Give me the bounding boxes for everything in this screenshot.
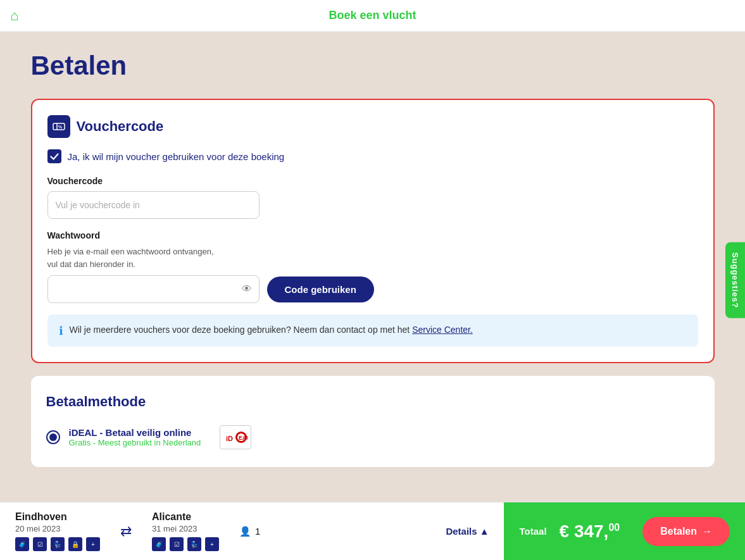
from-icon-lock: 🔒	[68, 537, 82, 551]
details-button[interactable]: Details ▲	[446, 526, 489, 537]
betalen-button[interactable]: Betalen →	[642, 517, 730, 546]
info-icon: ℹ	[59, 324, 63, 338]
password-label: Wachtwoord	[47, 230, 698, 240]
vouchercode-label: Vouchercode	[47, 176, 698, 186]
voucher-checkbox-row[interactable]: Ja, ik wil mijn voucher gebruiken voor d…	[47, 149, 698, 163]
totaal-label: Totaal	[519, 526, 546, 537]
svg-text:iD: iD	[226, 435, 233, 442]
header: ⌂ Boek een vlucht	[0, 0, 745, 32]
to-icon-extra: +	[205, 537, 219, 551]
main-content: Betalen % Vouchercode Ja, ik wil mijn vo…	[18, 32, 727, 480]
voucher-checkbox-label: Ja, ik wil mijn voucher gebruiken voor d…	[68, 151, 285, 162]
flight-arrow-icon: ⇄	[120, 523, 132, 540]
voucher-icon: %	[47, 115, 70, 138]
totaal-section: Totaal € 347,00 Betalen →	[504, 502, 745, 560]
vouchercode-input[interactable]	[47, 191, 260, 219]
voucher-card: % Vouchercode Ja, ik wil mijn voucher ge…	[31, 99, 715, 363]
to-icon-seat: 💺	[187, 537, 201, 551]
to-date: 31 mei 2023	[152, 524, 219, 533]
service-center-link[interactable]: Service Center.	[412, 325, 473, 335]
password-section: Wachtwoord Heb je via e-mail een wachtwo…	[47, 230, 698, 303]
voucher-header: % Vouchercode	[47, 115, 698, 138]
voucher-title: Vouchercode	[77, 118, 164, 135]
from-icon-extra: +	[86, 537, 100, 551]
from-icons: 🧳 ☑ 💺 🔒 +	[15, 537, 100, 551]
ideal-logo: iD EAL	[220, 425, 251, 449]
info-text: Wil je meerdere vouchers voor deze boeki…	[70, 323, 473, 337]
header-title: Boek een vlucht	[329, 9, 416, 22]
voucher-checkbox-icon	[47, 149, 61, 163]
payment-sub: Gratis - Meest gebruikt in Nederland	[69, 438, 201, 447]
svg-text:%: %	[58, 125, 63, 129]
password-row: 👁 Code gebruiken	[47, 275, 698, 303]
arrow-right-icon: →	[702, 526, 712, 537]
to-icons: 🧳 ☑ 💺 +	[152, 537, 219, 551]
passenger-icon: 👤	[239, 526, 251, 537]
from-city: Eindhoven	[15, 511, 100, 523]
from-icon-bag: 🧳	[15, 537, 29, 551]
suggesties-tab[interactable]: Suggesties?	[725, 242, 745, 318]
to-info: Alicante 31 mei 2023 🧳 ☑ 💺 +	[152, 511, 219, 551]
payment-name: iDEAL - Betaal veilig online	[69, 427, 201, 438]
password-input-wrap: 👁	[47, 275, 260, 303]
from-info: Eindhoven 20 mei 2023 🧳 ☑ 💺 🔒 +	[15, 511, 100, 551]
password-desc: Heb je via e-mail een wachtwoord ontvang…	[47, 246, 698, 270]
bottom-bar: Eindhoven 20 mei 2023 🧳 ☑ 💺 🔒 + ⇄ Alican…	[0, 502, 745, 560]
radio-button-ideal[interactable]	[46, 430, 60, 444]
from-icon-seat: 💺	[51, 537, 65, 551]
flight-info: Eindhoven 20 mei 2023 🧳 ☑ 💺 🔒 + ⇄ Alican…	[0, 502, 504, 560]
from-date: 20 mei 2023	[15, 524, 100, 533]
betaalmethode-card: Betaalmethode iDEAL - Betaal veilig onli…	[31, 376, 715, 467]
home-icon[interactable]: ⌂	[10, 8, 18, 24]
passenger-count: 1	[255, 526, 260, 537]
info-banner: ℹ Wil je meerdere vouchers voor deze boe…	[47, 314, 698, 347]
chevron-up-icon: ▲	[480, 526, 489, 537]
totaal-amount: € 347,00	[560, 521, 620, 542]
eye-icon[interactable]: 👁	[242, 283, 252, 295]
to-icon-check: ☑	[170, 537, 184, 551]
password-input[interactable]	[47, 275, 260, 303]
payment-option-ideal[interactable]: iDEAL - Betaal veilig online Gratis - Me…	[46, 425, 699, 449]
to-icon-bag: 🧳	[152, 537, 166, 551]
radio-dot-inner	[49, 433, 57, 441]
passenger-info: 👤 1	[239, 526, 260, 537]
svg-text:EAL: EAL	[239, 435, 247, 441]
payment-info: iDEAL - Betaal veilig online Gratis - Me…	[69, 427, 201, 447]
code-gebruiken-button[interactable]: Code gebruiken	[267, 277, 374, 302]
page-title: Betalen	[31, 51, 715, 81]
to-city: Alicante	[152, 511, 219, 523]
from-icon-check: ☑	[33, 537, 47, 551]
betaalmethode-title: Betaalmethode	[46, 394, 699, 410]
